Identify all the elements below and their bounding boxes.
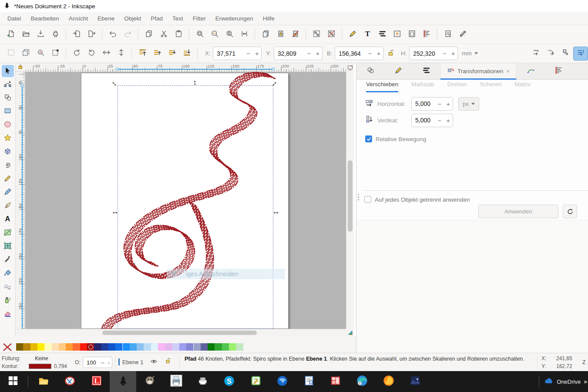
paste-button[interactable] [171,27,186,41]
vertical-input[interactable]: 5,000−+ [411,114,453,127]
tool-dropper[interactable] [2,254,14,266]
dock-tab-fill-stroke-dialog[interactable] [384,63,412,79]
document-print-button[interactable] [48,27,63,41]
unlink-clone-button[interactable] [288,27,302,41]
menu-item-ansicht[interactable]: Ansicht [64,12,93,25]
stroke-color-swatch[interactable] [29,364,51,369]
palette-swatch-8[interactable] [73,343,80,351]
rotate-cw-button[interactable] [84,47,99,61]
dock-tab-objects-dialog[interactable] [356,63,384,79]
increment-button[interactable]: + [449,50,457,57]
duplicate-button[interactable] [258,27,273,41]
zoom-selection-button[interactable] [192,27,207,41]
units-dropdown[interactable]: mm [458,47,482,60]
lock-ratio-toggle[interactable] [387,49,395,58]
taskbar-item-skype[interactable]: S [216,371,242,392]
palette-swatch-5[interactable] [52,343,59,351]
palette-swatch-1[interactable] [23,343,30,351]
palette-swatch-27[interactable] [208,343,215,351]
y-input[interactable]: 32,809−+ [274,47,323,60]
canvas[interactable]: ↔ ↔ ↔ ↔ ↔ iges Ausschneiden [25,72,346,329]
select-all-layers-button[interactable] [18,47,33,61]
document-save-button[interactable] [33,27,48,41]
align-distribute-button[interactable] [419,27,434,41]
snap-bbox-button[interactable] [529,47,544,61]
palette-swatch-6[interactable] [59,343,66,351]
reset-button[interactable] [563,205,577,218]
horizontal-scrollbar-thumb[interactable] [102,331,257,335]
group-button[interactable] [309,27,324,41]
menu-item-datei[interactable]: Datei [3,12,26,25]
tool-spiral[interactable] [2,159,14,172]
lower-button[interactable] [165,47,179,61]
decrement-button[interactable]: − [366,50,374,57]
increment-button[interactable]: + [374,50,383,57]
palette-swatch-13[interactable] [108,343,115,351]
palette-swatch-9[interactable] [80,343,87,351]
horizontal-scrollbar[interactable] [16,329,346,336]
onedrive-icon[interactable] [544,377,554,386]
text-dialog-button[interactable]: T [360,27,375,41]
scale-handle-right-middle[interactable]: ↔ [272,208,280,215]
tool-ellipse[interactable] [2,119,14,131]
menu-item-filter[interactable]: Filter [188,12,211,25]
taskbar-item-start[interactable] [0,371,26,392]
apply-button[interactable]: Anwenden [478,205,558,218]
decrement-button[interactable]: − [435,117,444,124]
horizontal-ruler[interactable]: -50-250255075100125150175200225250 [25,63,346,72]
palette-swatch-16[interactable] [130,343,137,351]
layer-indicator[interactable]: Ebene 1 [122,359,143,365]
taskbar-item-thunderbird[interactable] [269,371,296,392]
tool-tweak[interactable] [2,281,14,293]
import-button[interactable] [69,27,84,41]
tool-paint-bucket[interactable] [2,267,14,280]
taskbar-item-lexware[interactable]: L [83,371,110,392]
preferences-button[interactable] [455,27,470,41]
palette-swatch-28[interactable] [215,343,222,351]
increment-button[interactable]: + [444,100,453,108]
horizontal-input[interactable]: 5,000−+ [411,97,453,111]
raise-to-top-button[interactable] [135,47,150,61]
taskbar-item-edge[interactable] [349,371,375,392]
palette-swatch-7[interactable] [66,343,73,351]
tool-eraser[interactable] [2,308,14,320]
transform-tab-drehen[interactable]: Drehen [447,81,467,91]
cut-button[interactable] [156,27,171,41]
tool-mesh[interactable] [2,240,14,253]
display-mode-icon[interactable] [346,63,354,72]
tool-gradient[interactable] [2,227,14,239]
unit-dropdown[interactable]: px [458,97,479,111]
menu-item-ebene[interactable]: Ebene [93,12,119,25]
relative-move-checkbox[interactable] [365,135,372,142]
menu-item-hilfe[interactable]: Hilfe [258,12,279,25]
decrement-button[interactable]: − [100,359,106,366]
select-all-button[interactable] [3,47,18,61]
increment-button[interactable]: + [252,50,261,57]
palette-swatch-11[interactable] [94,343,101,351]
object-properties-button[interactable]: {} [404,27,419,41]
dock-tab-spray-dialog[interactable] [517,63,544,79]
transform-tab-mastab[interactable]: Maßstab [411,81,434,91]
snap-toggle-button[interactable] [573,47,588,61]
lower-to-bottom-button[interactable] [179,47,194,61]
fill-stroke-button[interactable] [345,27,360,41]
apply-each-checkbox[interactable] [364,196,371,203]
transform-tab-scheren[interactable]: Scheren [480,81,501,91]
tool-spray[interactable] [2,294,14,307]
fill-value[interactable]: Keine [35,355,48,362]
document-properties-button[interactable] [440,27,455,41]
export-button[interactable] [84,27,99,41]
decrement-button[interactable]: − [440,50,449,57]
palette-swatch-12[interactable] [101,343,108,351]
zoom-width-button[interactable] [237,27,252,41]
palette-swatch-19[interactable] [151,343,158,351]
increment-button[interactable]: + [444,117,453,124]
tool-node-editor[interactable] [2,78,14,91]
copy-button[interactable] [141,27,156,41]
color-management-icon[interactable] [346,329,354,336]
decrement-button[interactable]: − [435,100,444,108]
decrement-button[interactable]: − [305,50,313,57]
opacity-input[interactable]: 100−+ [83,357,112,368]
snap-others-button[interactable] [558,47,573,61]
tool-rectangle[interactable] [2,105,14,118]
